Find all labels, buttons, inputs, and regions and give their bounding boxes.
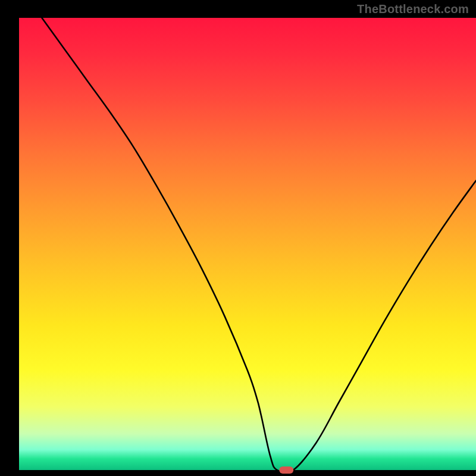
chart-frame: { "watermark": "TheBottleneck.com", "cha… xyxy=(0,0,476,476)
bottleneck-chart xyxy=(0,0,476,476)
optimal-marker xyxy=(279,466,293,474)
plot-background-gradient xyxy=(19,18,476,470)
watermark-text: TheBottleneck.com xyxy=(357,2,469,16)
